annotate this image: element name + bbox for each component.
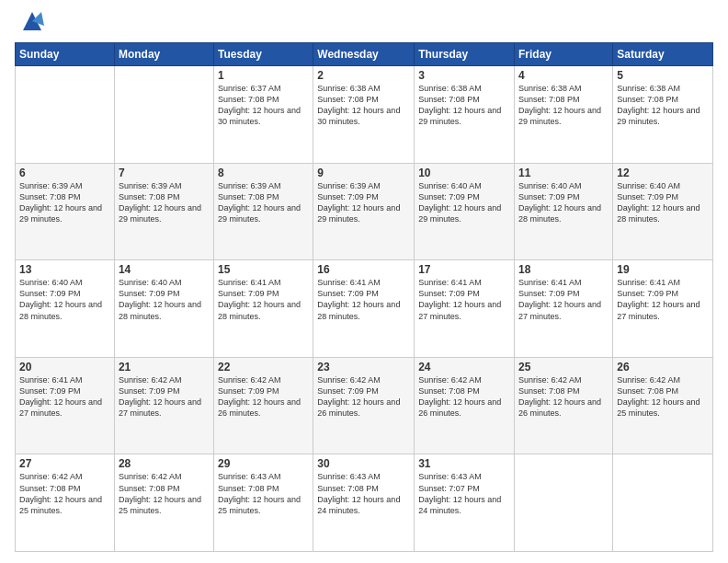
day-info: Sunrise: 6:39 AM Sunset: 7:08 PM Dayligh… bbox=[218, 180, 309, 225]
day-info: Sunrise: 6:41 AM Sunset: 7:09 PM Dayligh… bbox=[617, 277, 709, 322]
weekday-header-friday: Friday bbox=[515, 43, 613, 66]
calendar-cell: 5Sunrise: 6:38 AM Sunset: 7:08 PM Daylig… bbox=[613, 66, 713, 164]
day-number: 10 bbox=[418, 167, 510, 179]
day-number: 20 bbox=[19, 361, 110, 373]
calendar-cell: 13Sunrise: 6:40 AM Sunset: 7:09 PM Dayli… bbox=[16, 260, 115, 358]
day-info: Sunrise: 6:38 AM Sunset: 7:08 PM Dayligh… bbox=[518, 83, 609, 128]
calendar-cell: 17Sunrise: 6:41 AM Sunset: 7:09 PM Dayli… bbox=[415, 260, 515, 358]
day-number: 31 bbox=[418, 457, 510, 470]
weekday-header-monday: Monday bbox=[114, 43, 213, 66]
weekday-header-thursday: Thursday bbox=[415, 43, 515, 66]
calendar-cell: 15Sunrise: 6:41 AM Sunset: 7:09 PM Dayli… bbox=[214, 260, 313, 358]
week-row-4: 20Sunrise: 6:41 AM Sunset: 7:09 PM Dayli… bbox=[16, 357, 713, 454]
day-info: Sunrise: 6:42 AM Sunset: 7:08 PM Dayligh… bbox=[119, 471, 210, 516]
week-row-5: 27Sunrise: 6:42 AM Sunset: 7:08 PM Dayli… bbox=[16, 454, 713, 552]
day-info: Sunrise: 6:42 AM Sunset: 7:09 PM Dayligh… bbox=[119, 374, 210, 419]
weekday-header-sunday: Sunday bbox=[16, 43, 115, 66]
calendar-cell: 9Sunrise: 6:39 AM Sunset: 7:09 PM Daylig… bbox=[313, 163, 415, 260]
weekday-header-saturday: Saturday bbox=[613, 43, 713, 66]
day-info: Sunrise: 6:41 AM Sunset: 7:09 PM Dayligh… bbox=[518, 277, 609, 322]
day-info: Sunrise: 6:40 AM Sunset: 7:09 PM Dayligh… bbox=[19, 277, 110, 322]
day-info: Sunrise: 6:40 AM Sunset: 7:09 PM Dayligh… bbox=[617, 180, 709, 225]
weekday-header-row: SundayMondayTuesdayWednesdayThursdayFrid… bbox=[16, 43, 713, 66]
day-number: 24 bbox=[418, 361, 510, 373]
day-info: Sunrise: 6:38 AM Sunset: 7:08 PM Dayligh… bbox=[317, 83, 410, 128]
day-number: 21 bbox=[119, 361, 210, 373]
calendar-cell: 19Sunrise: 6:41 AM Sunset: 7:09 PM Dayli… bbox=[613, 260, 713, 358]
day-info: Sunrise: 6:39 AM Sunset: 7:09 PM Dayligh… bbox=[317, 180, 410, 225]
day-number: 26 bbox=[617, 361, 709, 373]
day-number: 16 bbox=[317, 263, 410, 276]
day-number: 8 bbox=[218, 167, 309, 179]
calendar-cell: 24Sunrise: 6:42 AM Sunset: 7:08 PM Dayli… bbox=[415, 357, 515, 454]
calendar-cell bbox=[613, 454, 713, 552]
day-info: Sunrise: 6:38 AM Sunset: 7:08 PM Dayligh… bbox=[617, 83, 709, 128]
weekday-header-tuesday: Tuesday bbox=[214, 43, 313, 66]
day-info: Sunrise: 6:42 AM Sunset: 7:09 PM Dayligh… bbox=[218, 374, 309, 419]
day-number: 7 bbox=[119, 167, 210, 179]
day-info: Sunrise: 6:41 AM Sunset: 7:09 PM Dayligh… bbox=[218, 277, 309, 322]
week-row-2: 6Sunrise: 6:39 AM Sunset: 7:08 PM Daylig… bbox=[16, 163, 713, 260]
day-number: 14 bbox=[119, 263, 210, 276]
calendar-cell bbox=[16, 66, 115, 164]
day-number: 11 bbox=[518, 167, 609, 179]
day-number: 28 bbox=[119, 457, 210, 470]
header bbox=[15, 11, 713, 35]
calendar-cell: 12Sunrise: 6:40 AM Sunset: 7:09 PM Dayli… bbox=[613, 163, 713, 260]
calendar-cell: 30Sunrise: 6:43 AM Sunset: 7:08 PM Dayli… bbox=[313, 454, 415, 552]
calendar-cell: 23Sunrise: 6:42 AM Sunset: 7:09 PM Dayli… bbox=[313, 357, 415, 454]
day-number: 30 bbox=[317, 457, 410, 470]
calendar-cell: 27Sunrise: 6:42 AM Sunset: 7:08 PM Dayli… bbox=[16, 454, 115, 552]
calendar-cell: 20Sunrise: 6:41 AM Sunset: 7:09 PM Dayli… bbox=[16, 357, 115, 454]
week-row-1: 1Sunrise: 6:37 AM Sunset: 7:08 PM Daylig… bbox=[16, 66, 713, 164]
calendar-cell: 16Sunrise: 6:41 AM Sunset: 7:09 PM Dayli… bbox=[313, 260, 415, 358]
day-info: Sunrise: 6:42 AM Sunset: 7:08 PM Dayligh… bbox=[19, 471, 110, 516]
calendar-cell: 28Sunrise: 6:42 AM Sunset: 7:08 PM Dayli… bbox=[114, 454, 213, 552]
calendar-cell: 3Sunrise: 6:38 AM Sunset: 7:08 PM Daylig… bbox=[415, 66, 515, 164]
day-number: 18 bbox=[518, 263, 609, 276]
day-number: 29 bbox=[218, 457, 309, 470]
day-number: 27 bbox=[19, 457, 110, 470]
calendar-cell: 21Sunrise: 6:42 AM Sunset: 7:09 PM Dayli… bbox=[114, 357, 213, 454]
calendar-cell: 22Sunrise: 6:42 AM Sunset: 7:09 PM Dayli… bbox=[214, 357, 313, 454]
day-info: Sunrise: 6:40 AM Sunset: 7:09 PM Dayligh… bbox=[418, 180, 510, 225]
calendar-cell: 31Sunrise: 6:43 AM Sunset: 7:07 PM Dayli… bbox=[415, 454, 515, 552]
day-number: 6 bbox=[19, 167, 110, 179]
day-number: 3 bbox=[418, 69, 510, 82]
day-number: 1 bbox=[218, 69, 309, 82]
logo bbox=[15, 11, 46, 35]
calendar-cell: 8Sunrise: 6:39 AM Sunset: 7:08 PM Daylig… bbox=[214, 163, 313, 260]
weekday-header-wednesday: Wednesday bbox=[313, 43, 415, 66]
day-info: Sunrise: 6:43 AM Sunset: 7:07 PM Dayligh… bbox=[418, 471, 510, 516]
day-info: Sunrise: 6:43 AM Sunset: 7:08 PM Dayligh… bbox=[317, 471, 410, 516]
calendar-cell: 1Sunrise: 6:37 AM Sunset: 7:08 PM Daylig… bbox=[214, 66, 313, 164]
day-info: Sunrise: 6:39 AM Sunset: 7:08 PM Dayligh… bbox=[119, 180, 210, 225]
day-number: 4 bbox=[518, 69, 609, 82]
calendar-cell: 18Sunrise: 6:41 AM Sunset: 7:09 PM Dayli… bbox=[515, 260, 613, 358]
calendar-cell bbox=[114, 66, 213, 164]
day-info: Sunrise: 6:42 AM Sunset: 7:09 PM Dayligh… bbox=[317, 374, 410, 419]
logo-icon bbox=[18, 7, 46, 35]
day-number: 2 bbox=[317, 69, 410, 82]
day-number: 12 bbox=[617, 167, 709, 179]
calendar-cell: 2Sunrise: 6:38 AM Sunset: 7:08 PM Daylig… bbox=[313, 66, 415, 164]
day-info: Sunrise: 6:41 AM Sunset: 7:09 PM Dayligh… bbox=[418, 277, 510, 322]
day-info: Sunrise: 6:41 AM Sunset: 7:09 PM Dayligh… bbox=[19, 374, 110, 419]
calendar-cell bbox=[515, 454, 613, 552]
day-info: Sunrise: 6:42 AM Sunset: 7:08 PM Dayligh… bbox=[518, 374, 609, 419]
day-info: Sunrise: 6:42 AM Sunset: 7:08 PM Dayligh… bbox=[418, 374, 510, 419]
day-number: 17 bbox=[418, 263, 510, 276]
day-number: 19 bbox=[617, 263, 709, 276]
calendar-cell: 26Sunrise: 6:42 AM Sunset: 7:08 PM Dayli… bbox=[613, 357, 713, 454]
calendar-cell: 29Sunrise: 6:43 AM Sunset: 7:08 PM Dayli… bbox=[214, 454, 313, 552]
calendar: SundayMondayTuesdayWednesdayThursdayFrid… bbox=[15, 42, 713, 552]
day-info: Sunrise: 6:41 AM Sunset: 7:09 PM Dayligh… bbox=[317, 277, 410, 322]
page: SundayMondayTuesdayWednesdayThursdayFrid… bbox=[0, 0, 728, 563]
week-row-3: 13Sunrise: 6:40 AM Sunset: 7:09 PM Dayli… bbox=[16, 260, 713, 358]
calendar-cell: 10Sunrise: 6:40 AM Sunset: 7:09 PM Dayli… bbox=[415, 163, 515, 260]
calendar-cell: 7Sunrise: 6:39 AM Sunset: 7:08 PM Daylig… bbox=[114, 163, 213, 260]
day-number: 13 bbox=[19, 263, 110, 276]
day-info: Sunrise: 6:38 AM Sunset: 7:08 PM Dayligh… bbox=[418, 83, 510, 128]
day-number: 23 bbox=[317, 361, 410, 373]
calendar-cell: 6Sunrise: 6:39 AM Sunset: 7:08 PM Daylig… bbox=[16, 163, 115, 260]
